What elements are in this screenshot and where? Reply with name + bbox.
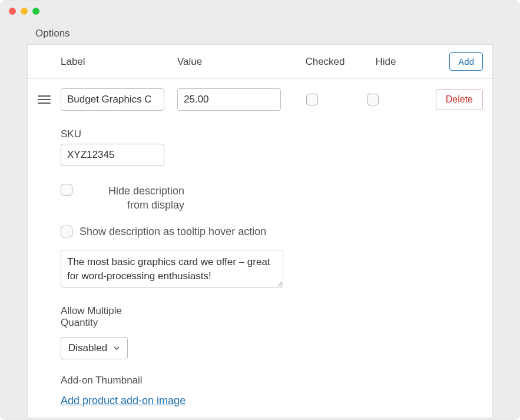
tooltip-label: Show description as tooltip hover action (80, 226, 266, 238)
content: Options Label Value Checked Hide Add (1, 22, 519, 419)
hide-description-label: Hide description from display (90, 184, 184, 213)
option-details: SKU Hide description from display Show d… (28, 114, 492, 407)
hide-description-checkbox[interactable] (61, 184, 72, 196)
sku-label: SKU (61, 128, 483, 140)
allow-multiple-label: Allow Multiple Quantity (61, 305, 143, 329)
sku-input[interactable] (61, 144, 164, 166)
tooltip-checkbox[interactable] (61, 226, 72, 237)
col-header-label: Label (61, 56, 177, 68)
add-image-link[interactable]: Add product add-on image (61, 395, 186, 407)
value-input[interactable] (177, 88, 281, 111)
allow-multiple-value: Disabled (68, 342, 107, 354)
label-input[interactable] (61, 88, 164, 111)
options-panel: Label Value Checked Hide Add (27, 44, 493, 418)
tooltip-row: Show description as tooltip hover action (61, 226, 483, 238)
table-header: Label Value Checked Hide Add (28, 45, 492, 79)
close-icon[interactable] (9, 8, 16, 15)
delete-button[interactable]: Delete (436, 89, 483, 110)
hide-description-row: Hide description from display (61, 184, 483, 213)
description-textarea[interactable]: The most basic graphics card we offer – … (61, 250, 283, 287)
checked-checkbox[interactable] (306, 94, 318, 105)
section-title: Options (35, 28, 493, 39)
chevron-down-icon (113, 345, 120, 352)
thumbnail-label: Add-on Thumbnail (61, 375, 483, 386)
app-window: Options Label Value Checked Hide Add (0, 0, 520, 420)
hide-checkbox[interactable] (367, 94, 379, 105)
drag-handle-icon[interactable] (28, 95, 61, 104)
col-header-checked: Checked (294, 56, 356, 68)
col-header-hide: Hide (356, 56, 415, 68)
col-header-value: Value (177, 56, 294, 68)
maximize-icon[interactable] (32, 8, 39, 15)
add-button[interactable]: Add (449, 52, 483, 71)
allow-multiple-select[interactable]: Disabled (61, 337, 128, 359)
option-row: Delete (28, 79, 492, 114)
minimize-icon[interactable] (21, 8, 28, 15)
titlebar (1, 1, 519, 22)
